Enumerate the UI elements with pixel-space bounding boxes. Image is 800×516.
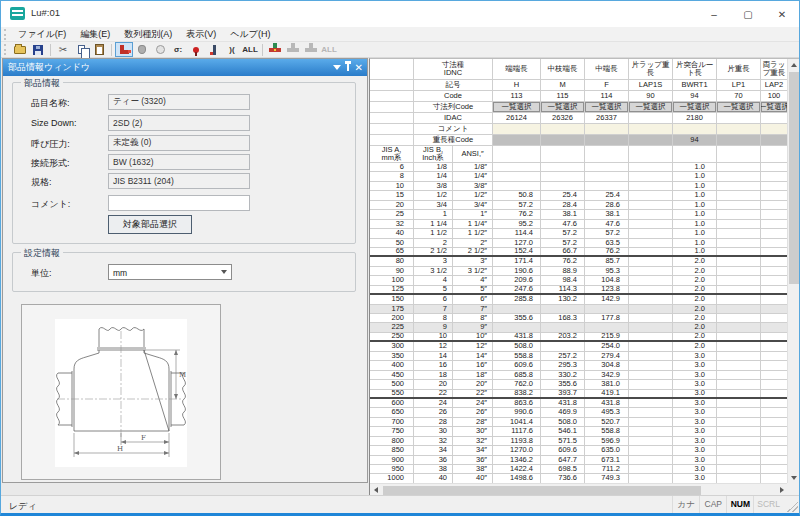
table-cell[interactable]: 209.6 [493, 276, 541, 284]
table-cell[interactable] [717, 474, 761, 482]
table-cell[interactable] [761, 361, 788, 369]
table-cell[interactable]: 28″ [453, 418, 493, 426]
table-cell[interactable]: 32 [414, 437, 453, 445]
table-cell[interactable]: 3.0 [673, 371, 717, 379]
table-cell[interactable]: 650 [370, 408, 414, 416]
table-cell[interactable] [629, 248, 673, 255]
table-cell[interactable]: 342.9 [585, 371, 629, 379]
unit-combobox[interactable]: mm [108, 264, 232, 280]
table-cell[interactable] [629, 314, 673, 322]
table-cell[interactable] [629, 276, 673, 284]
table-cell[interactable]: 257.2 [541, 352, 585, 360]
table-cell[interactable] [761, 239, 788, 247]
table-cell[interactable]: 3/4″ [453, 201, 493, 209]
table-cell[interactable]: 381.0 [585, 380, 629, 388]
table-cell[interactable] [629, 220, 673, 228]
table-cell[interactable]: 114.3 [541, 286, 585, 293]
table-cell[interactable] [717, 323, 761, 331]
table-cell[interactable]: 80 [370, 257, 414, 265]
table-cell[interactable] [629, 427, 673, 435]
table-cell[interactable]: 1498.6 [493, 474, 541, 482]
connection-type-field[interactable] [108, 154, 250, 170]
table-cell[interactable] [761, 229, 788, 237]
table-cell[interactable]: 330.2 [541, 371, 585, 379]
table-cell[interactable] [717, 239, 761, 247]
table-cell[interactable]: 247.6 [493, 286, 541, 293]
table-cell[interactable]: 26 [414, 408, 453, 416]
table-cell[interactable] [717, 342, 761, 350]
table-cell[interactable] [717, 257, 761, 265]
table-cell[interactable]: 40″ [453, 474, 493, 482]
table-cell[interactable]: 3″ [453, 257, 493, 265]
table-cell[interactable] [761, 352, 788, 360]
table-cell[interactable] [629, 437, 673, 445]
table-cell[interactable] [629, 399, 673, 407]
table-cell[interactable] [761, 286, 788, 293]
table-cell[interactable]: 750 [370, 427, 414, 435]
table-cell[interactable] [717, 201, 761, 209]
table-cell[interactable]: 57.2 [493, 201, 541, 209]
table-cell[interactable]: 2.0 [673, 342, 717, 350]
table-cell[interactable] [541, 342, 585, 350]
table-cell[interactable] [717, 408, 761, 416]
table-cell[interactable]: 5 [414, 286, 453, 293]
table-cell[interactable] [761, 371, 788, 379]
item-name-field[interactable] [108, 94, 250, 110]
cut-button[interactable]: ✂ [54, 42, 72, 57]
table-cell[interactable]: 355.6 [493, 314, 541, 322]
panel-menu-chevron-icon[interactable] [333, 65, 341, 70]
panel-pin-icon[interactable] [347, 64, 349, 71]
table-cell[interactable]: 1 1/2″ [453, 229, 493, 237]
table-cell[interactable]: 1041.4 [493, 418, 541, 426]
table-cell[interactable]: 177.8 [585, 314, 629, 322]
table-cell[interactable]: 9 [414, 323, 453, 331]
table-cell[interactable]: 22 [414, 390, 453, 397]
table-cell[interactable] [761, 456, 788, 464]
table-cell[interactable]: 673.1 [585, 456, 629, 464]
table-cell[interactable] [541, 163, 585, 171]
table-cell[interactable] [541, 182, 585, 190]
table-cell[interactable]: 838.2 [493, 390, 541, 397]
table-cell[interactable]: 2.0 [673, 314, 717, 322]
table-cell[interactable]: 20 [414, 380, 453, 388]
table-cell[interactable]: 25.4 [585, 191, 629, 199]
table-cell[interactable] [761, 201, 788, 209]
table-cell[interactable]: 152.4 [493, 248, 541, 255]
table-cell[interactable]: 558.8 [493, 352, 541, 360]
table-cell[interactable]: 700 [370, 418, 414, 426]
table-cell[interactable]: 12″ [453, 342, 493, 350]
table-cell[interactable]: 1117.6 [493, 427, 541, 435]
resize-grip[interactable] [787, 501, 798, 512]
table-cell[interactable] [761, 390, 788, 397]
table-cell[interactable]: 168.3 [541, 314, 585, 322]
table-cell[interactable]: 1″ [453, 210, 493, 218]
table-cell[interactable] [629, 408, 673, 416]
table-cell[interactable]: 254.0 [585, 342, 629, 350]
list-select-button[interactable]: 一覧選択 [541, 102, 584, 112]
table-cell[interactable]: 635.0 [585, 446, 629, 454]
table-cell[interactable] [541, 323, 585, 331]
menu-file[interactable]: ファイル(F) [11, 27, 73, 42]
table-cell[interactable] [493, 182, 541, 190]
vertical-scrollbar[interactable] [787, 59, 799, 484]
table-cell[interactable]: 85.7 [585, 257, 629, 265]
table-cell[interactable] [717, 276, 761, 284]
pin-button[interactable] [187, 42, 205, 57]
table-cell[interactable]: 2.0 [673, 295, 717, 303]
table-cell[interactable] [717, 267, 761, 275]
table-cell[interactable] [629, 286, 673, 293]
table-cell[interactable]: 431.8 [493, 333, 541, 340]
table-cell[interactable] [761, 314, 788, 322]
select-target-part-button[interactable]: 対象部品選択 [108, 215, 192, 234]
close-button[interactable]: ✕ [765, 1, 799, 27]
table-cell[interactable] [585, 163, 629, 171]
table-cell[interactable]: 1/4″ [453, 172, 493, 180]
table-cell[interactable] [493, 172, 541, 180]
table-cell[interactable]: 2.0 [673, 323, 717, 331]
comment-input[interactable] [108, 195, 250, 211]
table-cell[interactable] [761, 267, 788, 275]
horizontal-scrollbar-thumb[interactable] [383, 486, 701, 496]
table-cell[interactable] [717, 437, 761, 445]
table-cell[interactable] [493, 323, 541, 331]
table-cell[interactable] [761, 295, 788, 303]
